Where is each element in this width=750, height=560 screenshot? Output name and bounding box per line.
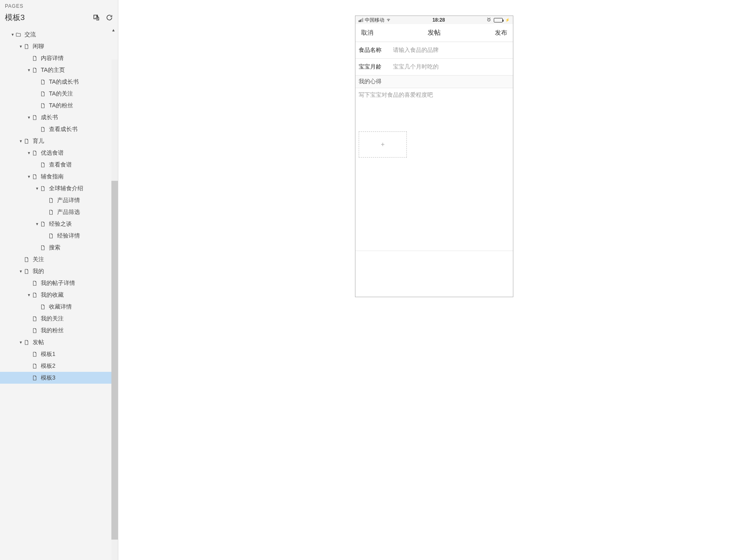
tree-item-label: 搜索 — [49, 244, 60, 251]
tree-item[interactable]: ▼优选食谱 — [0, 147, 118, 159]
caret-icon[interactable]: ▼ — [18, 139, 24, 143]
tree-item[interactable]: 我的帖子详情 — [0, 277, 118, 289]
scrollbar-thumb[interactable] — [111, 181, 118, 540]
tree-item-label: TA的主页 — [41, 67, 65, 74]
tree-item-label: 发帖 — [33, 339, 44, 346]
wifi-icon — [386, 17, 391, 23]
alarm-icon — [486, 17, 491, 23]
tree-item-label: 模板1 — [41, 351, 55, 358]
caret-icon[interactable]: ▼ — [18, 44, 24, 49]
food-name-row[interactable]: 食品名称 请输入食品的品牌 — [355, 42, 513, 59]
tree-item[interactable]: ▼辅食指南 — [0, 171, 118, 182]
tree-item-label: TA的成长书 — [49, 78, 79, 86]
tree-item[interactable]: 经验详情 — [0, 230, 118, 242]
tree-item-label: 查看食谱 — [49, 161, 72, 169]
tree-item-label: 育儿 — [33, 138, 44, 145]
status-bar: 中国移动 18:28 ⚡ — [355, 16, 513, 24]
caret-icon[interactable]: ▼ — [10, 33, 16, 37]
tree-item[interactable]: ▼我的 — [0, 265, 118, 277]
tree-item-label: 我的收藏 — [41, 291, 64, 299]
food-name-label: 食品名称 — [359, 47, 393, 54]
tree-item[interactable]: 我的关注 — [0, 313, 118, 324]
tree-item[interactable]: ▼发帖 — [0, 336, 118, 348]
signal-icon — [359, 18, 363, 22]
panel-label: PAGES — [0, 0, 118, 11]
page-title: 模板3 — [5, 12, 25, 23]
caret-icon[interactable]: ▼ — [26, 68, 32, 72]
tree-item[interactable]: 收藏详情 — [0, 301, 118, 313]
title-actions — [93, 14, 113, 21]
nav-bar: 取消 发帖 发布 — [355, 24, 513, 42]
tree-item-label: 经验之谈 — [49, 220, 72, 228]
content-area[interactable]: 写下宝宝对食品的喜爱程度吧 + — [355, 88, 513, 251]
baby-age-row[interactable]: 宝宝月龄 宝宝几个月时吃的 — [355, 59, 513, 76]
tree-item[interactable]: 模板2 — [0, 360, 118, 372]
tree-item[interactable]: ▼TA的主页 — [0, 64, 118, 76]
caret-icon[interactable]: ▼ — [18, 269, 24, 273]
tree-container: ▲ ▼交流▼闲聊内容详情▼TA的主页TA的成长书TA的关注TA的粉丝▼成长书查看… — [0, 27, 118, 560]
caret-icon[interactable]: ▼ — [26, 175, 32, 179]
tree-item[interactable]: ▼闲聊 — [0, 40, 118, 52]
baby-age-input[interactable]: 宝宝几个月时吃的 — [393, 63, 439, 71]
add-image-button[interactable]: + — [359, 131, 407, 158]
caret-icon[interactable]: ▼ — [26, 116, 32, 120]
tree-item[interactable]: 内容详情 — [0, 52, 118, 64]
tree-item[interactable]: TA的关注 — [0, 88, 118, 100]
baby-age-label: 宝宝月龄 — [359, 63, 393, 71]
tree-item[interactable]: 模板3 — [0, 372, 118, 384]
tree-item[interactable]: ▼育儿 — [0, 135, 118, 147]
title-row: 模板3 — [0, 11, 118, 27]
refresh-icon[interactable] — [106, 14, 113, 21]
tree-item-label: 闲聊 — [33, 43, 44, 50]
tree-item-label: 收藏详情 — [49, 303, 72, 311]
tree-item-label: 我的 — [33, 268, 44, 275]
scrollbar-track[interactable] — [111, 60, 118, 560]
tree-item-label: 关注 — [33, 256, 44, 263]
tree-item-label: 优选食谱 — [41, 149, 64, 157]
caret-icon[interactable]: ▼ — [26, 293, 32, 297]
caret-icon[interactable]: ▼ — [34, 187, 40, 191]
tree-item-label: 我的帖子详情 — [41, 280, 75, 287]
tree-item-label: 我的粉丝 — [41, 327, 64, 334]
tree-item[interactable]: TA的成长书 — [0, 76, 118, 88]
tree-item[interactable]: 查看成长书 — [0, 123, 118, 135]
tree-item[interactable]: ▼交流 — [0, 29, 118, 40]
carrier-label: 中国移动 — [365, 17, 384, 24]
tree-item[interactable]: 模板1 — [0, 348, 118, 360]
tree-item-label: 内容详情 — [41, 55, 64, 62]
tree-item[interactable]: ▼成长书 — [0, 111, 118, 123]
tree-item[interactable]: ▼经验之谈 — [0, 218, 118, 230]
publish-button[interactable]: 发布 — [495, 29, 507, 37]
status-left: 中国移动 — [359, 17, 391, 24]
tree-item-label: 经验详情 — [57, 232, 80, 240]
page-tree: ▼交流▼闲聊内容详情▼TA的主页TA的成长书TA的关注TA的粉丝▼成长书查看成长… — [0, 27, 118, 392]
scroll-up-arrow[interactable]: ▲ — [111, 28, 115, 32]
export-icon[interactable] — [93, 14, 100, 21]
tree-item[interactable]: TA的粉丝 — [0, 100, 118, 111]
caret-icon[interactable]: ▼ — [18, 340, 24, 344]
tree-item-label: 辅食指南 — [41, 173, 64, 180]
cancel-button[interactable]: 取消 — [361, 29, 373, 37]
tree-item-label: TA的关注 — [49, 90, 73, 98]
status-right: ⚡ — [486, 17, 510, 23]
plus-icon: + — [381, 141, 384, 148]
tree-item[interactable]: 搜索 — [0, 242, 118, 253]
tree-item[interactable]: 产品详情 — [0, 194, 118, 206]
time-label: 18:28 — [433, 17, 445, 23]
food-name-input[interactable]: 请输入食品的品牌 — [393, 47, 439, 54]
caret-icon[interactable]: ▼ — [26, 151, 32, 155]
tree-item-label: 成长书 — [41, 114, 58, 121]
tree-item[interactable]: ▼我的收藏 — [0, 289, 118, 301]
tree-item[interactable]: ▼全球辅食介绍 — [0, 182, 118, 194]
bottom-area — [355, 251, 513, 297]
tree-item-label: 全球辅食介绍 — [49, 185, 83, 192]
tree-item-label: 产品筛选 — [57, 209, 80, 216]
pages-sidebar: PAGES 模板3 ▲ ▼交流▼闲聊内容详情▼TA的主页TA的成长书TA的关注T… — [0, 0, 118, 560]
tree-item-label: 交流 — [24, 31, 36, 38]
caret-icon[interactable]: ▼ — [34, 222, 40, 226]
tree-item[interactable]: 查看食谱 — [0, 159, 118, 171]
tree-item-label: 模板2 — [41, 362, 55, 370]
tree-item[interactable]: 关注 — [0, 253, 118, 265]
tree-item[interactable]: 产品筛选 — [0, 206, 118, 218]
tree-item[interactable]: 我的粉丝 — [0, 324, 118, 336]
